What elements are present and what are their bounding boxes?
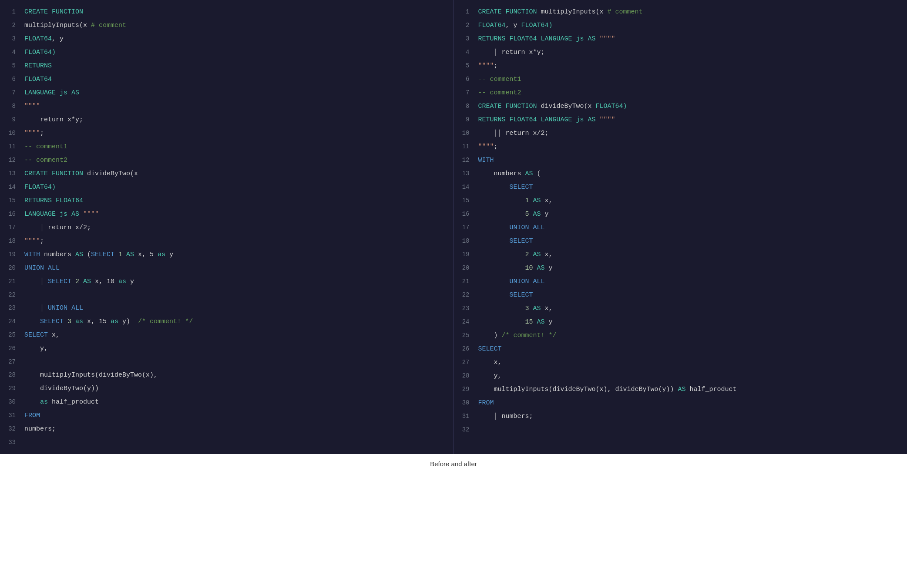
line-number: 1 bbox=[0, 6, 23, 18]
line-content: as half_product bbox=[23, 396, 454, 408]
line-content: RETURNS bbox=[23, 60, 454, 72]
token-plain: ( bbox=[87, 251, 91, 258]
code-line: 16 5 AS y bbox=[454, 207, 907, 221]
line-content: """"; bbox=[23, 127, 454, 140]
token-str: """" bbox=[24, 130, 40, 137]
token-kw-as: as bbox=[158, 251, 169, 258]
token-plain: multiplyInputs(x bbox=[24, 22, 91, 29]
token-plain: y bbox=[549, 318, 553, 326]
line-content: CREATE FUNCTION divideByTwo(x FLOAT64) bbox=[477, 100, 907, 113]
code-line: 31 │ numbers; bbox=[454, 410, 907, 423]
token-kw-as: AS bbox=[126, 251, 138, 258]
line-number: 7 bbox=[454, 87, 477, 99]
line-number: 20 bbox=[454, 262, 477, 274]
line-number: 1 bbox=[454, 6, 477, 18]
token-kw-as: as bbox=[111, 318, 122, 325]
line-content: """"; bbox=[477, 60, 907, 72]
line-number: 11 bbox=[454, 140, 477, 153]
token-kw2: WITH bbox=[24, 251, 44, 258]
code-line: 24 SELECT 3 as x, 15 as y) /* comment! *… bbox=[0, 315, 454, 328]
token-plain: multiplyInputs(divideByTwo(x), divideByT… bbox=[478, 386, 678, 393]
code-line: 27 x, bbox=[454, 356, 907, 369]
token-plain bbox=[478, 305, 525, 312]
line-number: 4 bbox=[454, 46, 477, 58]
code-line: 31FROM bbox=[0, 409, 454, 422]
line-content: RETURNS FLOAT64 LANGUAGE js AS """" bbox=[477, 114, 907, 126]
token-plain: half_product bbox=[52, 398, 99, 406]
token-plain bbox=[478, 197, 525, 204]
token-plain: ││ return x/2; bbox=[478, 130, 549, 137]
code-line: 23 │ UNION ALL bbox=[0, 301, 454, 315]
token-num: 5 bbox=[525, 210, 533, 218]
code-line: 2FLOAT64, y FLOAT64) bbox=[454, 19, 907, 32]
line-content: FLOAT64) bbox=[23, 47, 454, 59]
line-number: 22 bbox=[454, 289, 477, 301]
line-number: 13 bbox=[454, 167, 477, 180]
line-number: 13 bbox=[0, 167, 23, 180]
token-kw2: FROM bbox=[24, 412, 40, 419]
line-number: 24 bbox=[454, 316, 477, 328]
code-line: 4FLOAT64) bbox=[0, 46, 454, 59]
token-plain: multiplyInputs(x bbox=[541, 8, 608, 16]
line-number: 5 bbox=[454, 60, 477, 72]
token-plain bbox=[24, 398, 40, 406]
code-line: 12-- comment2 bbox=[0, 154, 454, 167]
token-kw: js bbox=[60, 210, 71, 218]
token-kw2: SELECT bbox=[478, 345, 502, 353]
line-content: │ UNION ALL bbox=[23, 302, 454, 314]
token-num: 10 bbox=[525, 264, 537, 272]
line-content: -- comment1 bbox=[477, 74, 907, 86]
token-type: FLOAT64) bbox=[596, 103, 627, 110]
line-number: 18 bbox=[0, 235, 23, 247]
token-kw: RETURNS bbox=[24, 197, 56, 204]
line-number: 6 bbox=[0, 73, 23, 85]
token-plain bbox=[478, 210, 525, 218]
line-number: 17 bbox=[0, 221, 23, 234]
line-content: │ numbers; bbox=[477, 411, 907, 423]
line-content: RETURNS FLOAT64 bbox=[23, 195, 454, 207]
token-plain: ; bbox=[494, 143, 498, 150]
line-content: FROM bbox=[23, 410, 454, 422]
token-kw-as: AS bbox=[537, 318, 549, 326]
token-type: FLOAT64) bbox=[24, 184, 56, 191]
token-comment: # comment bbox=[91, 22, 126, 29]
token-plain: multiplyInputs(divideByTwo(x), bbox=[24, 371, 158, 379]
line-content: """"; bbox=[23, 235, 454, 247]
token-plain: y bbox=[545, 210, 549, 218]
line-content: FLOAT64) bbox=[23, 181, 454, 194]
line-content: WITH numbers AS (SELECT 1 AS x, 5 as y bbox=[23, 249, 454, 261]
token-type: FLOAT64) bbox=[521, 22, 553, 29]
token-plain bbox=[478, 184, 510, 191]
line-content: """"; bbox=[477, 141, 907, 153]
line-content: 15 AS y bbox=[477, 316, 907, 328]
token-num: 2 bbox=[525, 251, 533, 258]
line-number: 3 bbox=[454, 33, 477, 45]
token-comment: -- comment2 bbox=[478, 89, 521, 97]
line-number: 22 bbox=[0, 289, 23, 301]
token-plain: x, bbox=[545, 197, 553, 204]
token-plain: x, bbox=[478, 359, 502, 366]
code-line: 26SELECT bbox=[454, 342, 907, 356]
token-kw2: SELECT bbox=[91, 251, 118, 258]
token-plain: ( bbox=[533, 170, 541, 177]
token-type: FLOAT64 bbox=[510, 116, 541, 124]
token-plain: y, bbox=[24, 345, 48, 352]
code-line: 10""""; bbox=[0, 127, 454, 140]
token-plain: divideByTwo(x bbox=[87, 170, 138, 177]
line-number: 9 bbox=[0, 114, 23, 126]
token-plain: ; bbox=[40, 130, 44, 137]
line-content: divideByTwo(y)) bbox=[23, 383, 454, 395]
code-line: 22 bbox=[0, 288, 454, 301]
token-str: """" bbox=[600, 35, 615, 43]
token-kw-as: AS bbox=[533, 305, 545, 312]
line-number: 32 bbox=[454, 424, 477, 436]
line-content: CREATE FUNCTION divideByTwo(x bbox=[23, 168, 454, 180]
token-kw2: SELECT bbox=[510, 237, 533, 245]
right-panel: 1CREATE FUNCTION multiplyInputs(x # comm… bbox=[454, 0, 907, 454]
token-kw-as: AS bbox=[533, 251, 545, 258]
line-number: 12 bbox=[454, 154, 477, 166]
token-kw2: SELECT bbox=[24, 331, 52, 339]
token-comment: /* comment! */ bbox=[138, 318, 193, 325]
line-number: 25 bbox=[454, 329, 477, 341]
line-content: FLOAT64 bbox=[23, 74, 454, 86]
